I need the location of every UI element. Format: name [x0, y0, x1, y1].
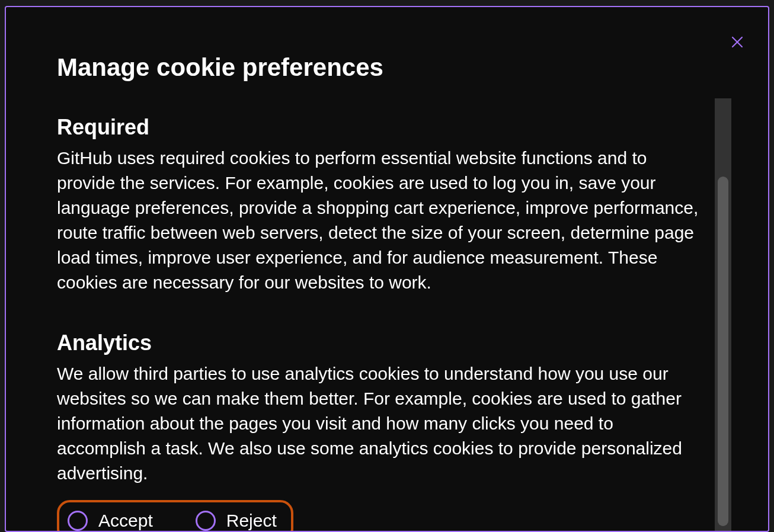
- required-body: GitHub uses required cookies to perform …: [57, 146, 706, 295]
- close-button[interactable]: [728, 33, 747, 52]
- dialog-content: Required GitHub uses required cookies to…: [6, 98, 768, 531]
- radio-icon: [68, 511, 88, 531]
- content-wrapper: Required GitHub uses required cookies to…: [6, 98, 768, 531]
- section-required: Required GitHub uses required cookies to…: [57, 115, 717, 295]
- section-analytics: Analytics We allow third parties to use …: [57, 331, 717, 531]
- analytics-reject-label: Reject: [226, 511, 277, 531]
- dialog-title: Manage cookie preferences: [6, 7, 768, 98]
- analytics-accept-label: Accept: [98, 511, 153, 531]
- analytics-accept-option[interactable]: Accept: [68, 511, 153, 531]
- cookie-preferences-dialog: Manage cookie preferences Required GitHu…: [5, 6, 769, 532]
- analytics-heading: Analytics: [57, 331, 717, 355]
- analytics-reject-option[interactable]: Reject: [196, 511, 277, 531]
- radio-icon: [196, 511, 216, 531]
- scrollbar-thumb[interactable]: [718, 177, 728, 526]
- analytics-body: We allow third parties to use analytics …: [57, 361, 706, 486]
- required-heading: Required: [57, 115, 717, 140]
- close-icon: [730, 35, 744, 51]
- analytics-radio-group: Accept Reject: [57, 500, 293, 531]
